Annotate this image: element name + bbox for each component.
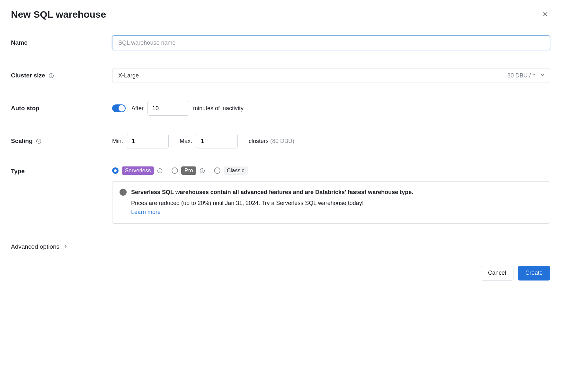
callout-title: Serverless SQL warehouses contain all ad… bbox=[131, 188, 413, 197]
callout-body: Prices are reduced (up to 20%) until Jan… bbox=[131, 199, 413, 208]
toggle-knob bbox=[119, 105, 125, 111]
info-icon[interactable] bbox=[36, 138, 41, 144]
auto-stop-prefix: After bbox=[131, 105, 144, 112]
scaling-max-input[interactable] bbox=[196, 134, 238, 148]
auto-stop-suffix: minutes of inactivity. bbox=[193, 105, 245, 112]
create-button[interactable]: Create bbox=[518, 266, 550, 281]
badge-serverless: Serverless bbox=[122, 166, 154, 175]
type-radio-group: Serverless Pro Classic bbox=[112, 166, 550, 175]
cluster-size-select[interactable]: X-Large 80 DBU / h bbox=[112, 68, 550, 83]
serverless-callout: i Serverless SQL warehouses contain all … bbox=[112, 181, 550, 224]
close-icon bbox=[542, 14, 549, 19]
scaling-label: Scaling bbox=[11, 138, 33, 145]
info-icon[interactable] bbox=[200, 168, 205, 174]
scaling-dbu-text: (80 DBU) bbox=[270, 138, 294, 145]
info-icon[interactable] bbox=[157, 168, 163, 174]
chevron-right-icon bbox=[63, 243, 68, 250]
radio-classic[interactable] bbox=[214, 167, 220, 174]
learn-more-link[interactable]: Learn more bbox=[131, 209, 161, 215]
scaling-clusters-text: clusters bbox=[249, 138, 269, 145]
auto-stop-minutes-input[interactable] bbox=[147, 101, 189, 116]
svg-point-1 bbox=[51, 74, 51, 75]
name-label: Name bbox=[11, 39, 112, 46]
radio-pro[interactable] bbox=[172, 167, 178, 174]
advanced-options-toggle[interactable]: Advanced options bbox=[11, 243, 550, 250]
page-title: New SQL warehouse bbox=[11, 9, 106, 20]
type-label: Type bbox=[11, 166, 112, 175]
svg-point-5 bbox=[160, 169, 160, 170]
cluster-size-label: Cluster size bbox=[11, 72, 45, 79]
chevron-down-icon bbox=[540, 72, 545, 79]
close-button[interactable] bbox=[540, 9, 550, 20]
info-icon[interactable] bbox=[49, 73, 54, 78]
auto-stop-label: Auto stop bbox=[11, 105, 112, 112]
scaling-min-input[interactable] bbox=[127, 134, 169, 148]
scaling-min-label: Min. bbox=[112, 138, 123, 145]
svg-point-3 bbox=[38, 140, 39, 140]
svg-point-7 bbox=[202, 169, 202, 170]
divider bbox=[11, 232, 550, 232]
auto-stop-toggle[interactable] bbox=[112, 104, 126, 112]
badge-classic: Classic bbox=[224, 166, 248, 175]
warehouse-name-input[interactable] bbox=[112, 35, 550, 50]
cancel-button[interactable]: Cancel bbox=[481, 266, 513, 281]
cluster-size-dbu: 80 DBU / h bbox=[507, 72, 536, 79]
radio-serverless[interactable] bbox=[112, 167, 119, 174]
advanced-options-label: Advanced options bbox=[11, 243, 59, 250]
info-filled-icon: i bbox=[120, 189, 127, 196]
badge-pro: Pro bbox=[181, 166, 196, 175]
cluster-size-value: X-Large bbox=[118, 72, 139, 79]
scaling-max-label: Max. bbox=[180, 138, 192, 145]
